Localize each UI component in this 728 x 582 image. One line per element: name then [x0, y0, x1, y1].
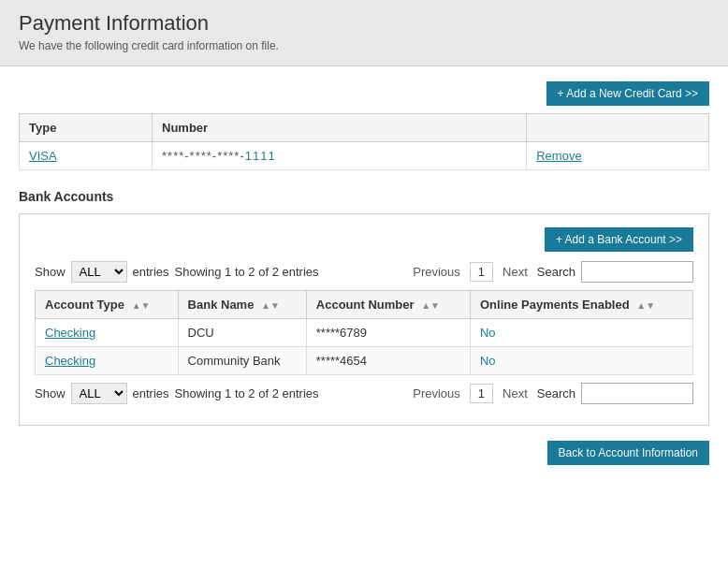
- cc-type-link[interactable]: VISA: [29, 149, 57, 163]
- show-label-top: Show: [35, 265, 66, 279]
- bank-col-account-type: Account Type ▲▼: [36, 291, 179, 319]
- pagination-search-top: Previous 1 Next Search: [409, 261, 693, 283]
- show-select-bottom[interactable]: ALL 10 25 50 100: [71, 383, 127, 404]
- show-select-top[interactable]: ALL 10 25 50 100: [71, 261, 127, 283]
- bank-account-type[interactable]: Checking: [36, 319, 179, 347]
- cc-action[interactable]: Remove: [527, 142, 709, 170]
- showing-info-top: Showing 1 to 2 of 2 entries: [175, 265, 319, 279]
- next-button-top[interactable]: Next: [499, 263, 531, 281]
- page-subtitle: We have the following credit card inform…: [19, 39, 709, 52]
- bank-accounts-label: Bank Accounts: [19, 189, 709, 204]
- sort-arrow-account-type: ▲▼: [132, 300, 151, 311]
- search-label-bottom: Search: [537, 386, 575, 400]
- bank-accounts-section: + Add a Bank Account >> Show ALL 10 25 5…: [19, 213, 709, 426]
- show-entries-top: Show ALL 10 25 50 100 entries Showing 1 …: [35, 261, 319, 283]
- bank-account-type-link[interactable]: Checking: [45, 354, 95, 368]
- bottom-row: Back to Account Information: [19, 441, 709, 465]
- bank-col-online-payments: Online Payments Enabled ▲▼: [470, 291, 692, 319]
- show-label-bottom: Show: [35, 386, 66, 400]
- cc-col-number: Number: [153, 114, 527, 142]
- bank-account-number: *****6789: [306, 319, 470, 347]
- add-credit-card-row: + Add a New Credit Card >>: [19, 81, 709, 106]
- bank-online-payments: No: [470, 319, 692, 347]
- bank-accounts-table: Account Type ▲▼ Bank Name ▲▼ Account Num…: [35, 290, 693, 375]
- pagination-search-bottom: Previous 1 Next Search: [409, 383, 693, 404]
- sort-arrow-bank-name: ▲▼: [261, 300, 280, 311]
- page-title: Payment Information: [19, 11, 709, 36]
- bank-account-type-link[interactable]: Checking: [45, 326, 95, 340]
- credit-card-table: Type Number VISA ****-****-****-1111 Rem…: [19, 113, 709, 170]
- bank-account-type[interactable]: Checking: [36, 347, 179, 375]
- back-to-account-button[interactable]: Back to Account Information: [547, 441, 709, 465]
- bank-col-account-number: Account Number ▲▼: [306, 291, 470, 319]
- sort-arrow-account-number: ▲▼: [421, 300, 440, 311]
- cc-type[interactable]: VISA: [20, 142, 153, 170]
- bank-online-payments: No: [470, 347, 692, 375]
- next-button-bottom[interactable]: Next: [499, 385, 531, 402]
- page-num-top: 1: [470, 262, 493, 282]
- bank-top-controls: Show ALL 10 25 50 100 entries Showing 1 …: [35, 261, 693, 283]
- page-num-bottom: 1: [470, 384, 493, 403]
- table-row: VISA ****-****-****-1111 Remove: [20, 142, 709, 170]
- add-bank-account-button[interactable]: + Add a Bank Account >>: [545, 227, 693, 252]
- search-label-top: Search: [537, 265, 575, 279]
- prev-button-top[interactable]: Previous: [409, 263, 464, 281]
- entries-label-bottom: entries: [133, 386, 169, 400]
- prev-button-bottom[interactable]: Previous: [409, 385, 464, 402]
- show-entries-bottom: Show ALL 10 25 50 100 entries Showing 1 …: [35, 383, 319, 404]
- search-input-top[interactable]: [581, 261, 693, 283]
- bank-name: DCU: [178, 319, 306, 347]
- cc-col-type: Type: [20, 114, 153, 142]
- main-content: + Add a New Credit Card >> Type Number V…: [0, 66, 728, 484]
- table-row: Checking Community Bank *****4654 No: [36, 347, 693, 375]
- cc-remove-link[interactable]: Remove: [536, 149, 581, 163]
- sort-arrow-online-payments: ▲▼: [636, 300, 655, 311]
- cc-number: ****-****-****-1111: [153, 142, 527, 170]
- page-header: Payment Information We have the followin…: [0, 0, 728, 66]
- bank-col-bank-name: Bank Name ▲▼: [178, 291, 306, 319]
- add-bank-row: + Add a Bank Account >>: [35, 227, 693, 252]
- entries-label-top: entries: [133, 265, 169, 279]
- add-credit-card-button[interactable]: + Add a New Credit Card >>: [546, 81, 709, 106]
- bank-bottom-controls: Show ALL 10 25 50 100 entries Showing 1 …: [35, 383, 693, 404]
- showing-info-bottom: Showing 1 to 2 of 2 entries: [175, 386, 319, 400]
- search-input-bottom[interactable]: [581, 383, 693, 404]
- table-row: Checking DCU *****6789 No: [36, 319, 693, 347]
- bank-name: Community Bank: [178, 347, 306, 375]
- cc-col-action: [527, 114, 709, 142]
- bank-account-number: *****4654: [306, 347, 470, 375]
